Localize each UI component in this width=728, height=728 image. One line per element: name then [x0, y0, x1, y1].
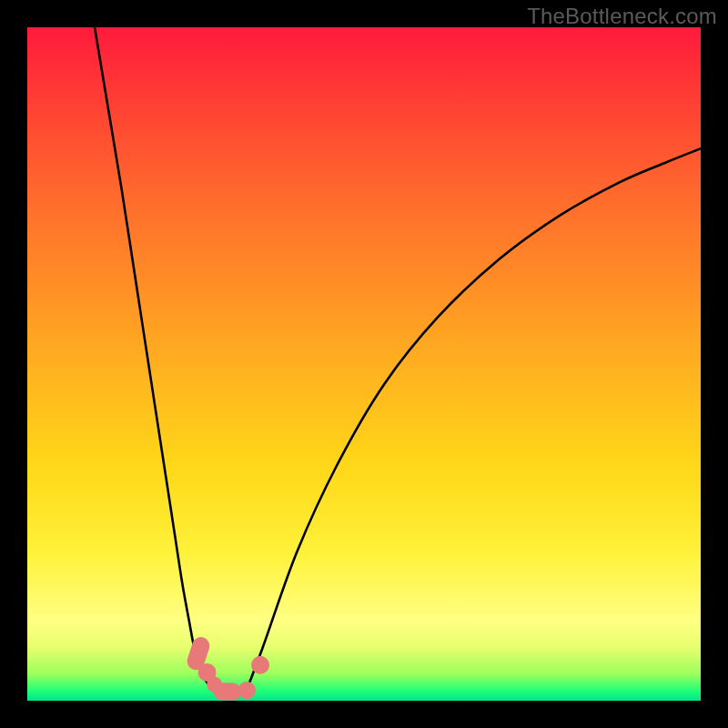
bottleneck-curve: [95, 27, 701, 694]
plot-area: [27, 27, 701, 701]
watermark-text: TheBottleneck.com: [527, 4, 717, 29]
marker-layer: [185, 635, 269, 701]
chart-frame: TheBottleneck.com: [0, 0, 728, 728]
curve-layer: [27, 27, 701, 701]
curve-marker: [213, 682, 242, 701]
curve-marker: [251, 656, 269, 674]
